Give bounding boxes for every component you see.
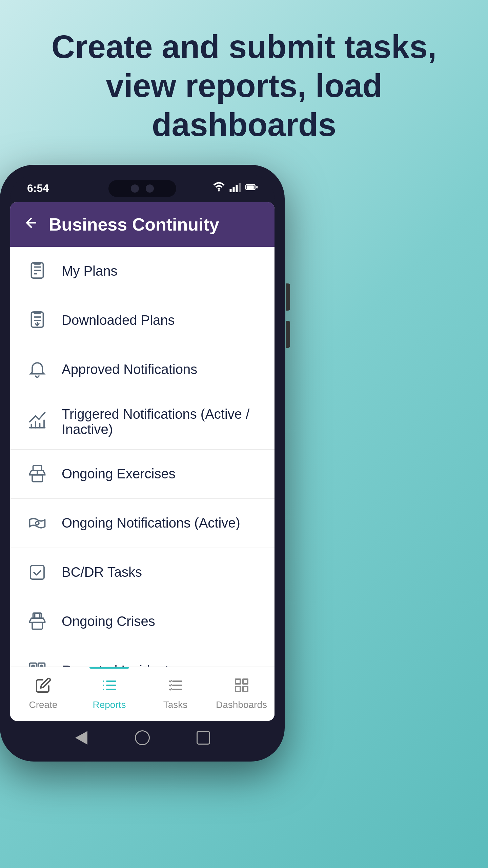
svg-rect-3 (236, 185, 238, 192)
recents-hardware-button[interactable] (195, 729, 212, 746)
downloaded-plans-icon (25, 308, 49, 333)
approved-notifications-label: Approved Notifications (62, 362, 197, 377)
camera-dot-left (131, 184, 139, 193)
bcdr-tasks-label: BC/DR Tasks (62, 565, 142, 580)
page-headline: Create and submit tasks, view reports, l… (0, 0, 488, 165)
ongoing-crises-icon (25, 609, 49, 634)
svg-point-0 (218, 190, 220, 192)
wifi-icon (213, 181, 225, 196)
notch-cutout (108, 180, 176, 197)
svg-rect-19 (30, 566, 44, 579)
triggered-notifications-icon (25, 410, 49, 434)
svg-rect-4 (239, 183, 241, 192)
menu-list: My Plans Downloaded Plan (10, 247, 274, 667)
ongoing-exercises-icon (25, 462, 49, 486)
my-plans-label: My Plans (62, 263, 118, 279)
tasks-label: Tasks (163, 699, 188, 710)
svg-rect-43 (236, 687, 240, 691)
dashboards-icon (233, 677, 250, 697)
page-wrapper: Create and submit tasks, view reports, l… (0, 0, 488, 762)
svg-rect-21 (32, 622, 42, 629)
phone-shell: 6:54 (0, 165, 285, 762)
ongoing-notifications-label: Ongoing Notifications (Active) (62, 515, 240, 531)
approved-notifications-icon (25, 357, 49, 382)
phone-hardware-nav (10, 724, 274, 751)
ongoing-crises-label: Ongoing Crises (62, 614, 155, 629)
ongoing-exercises-label: Ongoing Exercises (62, 466, 176, 481)
battery-icon (245, 181, 258, 196)
svg-rect-2 (233, 187, 235, 192)
bottom-nav: Create Reports (10, 667, 274, 721)
menu-item-approved-notifications[interactable]: Approved Notifications (10, 345, 274, 394)
time-display: 6:54 (27, 182, 49, 195)
svg-rect-41 (236, 679, 240, 684)
svg-rect-15 (33, 466, 42, 471)
headline-text: Create and submit tasks, view reports, l… (34, 27, 454, 144)
reports-label: Reports (93, 699, 126, 710)
svg-rect-6 (247, 185, 254, 189)
reported-incidents-label: Reported Incidents (62, 663, 176, 667)
camera-dot-right (146, 184, 154, 193)
ongoing-notifications-icon (25, 511, 49, 535)
menu-item-downloaded-plans[interactable]: Downloaded Plans (10, 296, 274, 345)
triggered-notifications-label: Triggered Notifications (Active / Inacti… (62, 407, 260, 437)
svg-rect-42 (243, 679, 248, 684)
screen-title: Business Continuity (49, 214, 219, 235)
signal-icon (229, 181, 241, 196)
back-button[interactable] (24, 215, 39, 234)
menu-item-reported-incidents[interactable]: Reported Incidents (10, 646, 274, 667)
home-hardware-button[interactable] (134, 729, 151, 746)
menu-item-ongoing-exercises[interactable]: Ongoing Exercises (10, 450, 274, 499)
svg-rect-44 (243, 687, 248, 691)
status-icons (213, 181, 258, 196)
menu-item-ongoing-notifications[interactable]: Ongoing Notifications (Active) (10, 499, 274, 548)
reported-incidents-icon (25, 658, 49, 667)
menu-item-triggered-notifications[interactable]: Triggered Notifications (Active / Inacti… (10, 394, 274, 450)
downloaded-plans-label: Downloaded Plans (62, 313, 175, 328)
nav-tasks[interactable]: Tasks (142, 667, 208, 721)
svg-rect-1 (230, 189, 232, 192)
phone-screen: Business Continuity My Pla (10, 202, 274, 721)
menu-item-my-plans[interactable]: My Plans (10, 247, 274, 296)
create-icon (35, 677, 52, 697)
my-plans-icon (25, 259, 49, 283)
menu-item-bcdr-tasks[interactable]: BC/DR Tasks (10, 548, 274, 597)
tasks-icon (167, 677, 184, 697)
back-hardware-button[interactable] (73, 729, 90, 746)
nav-dashboards[interactable]: Dashboards (208, 667, 274, 721)
status-bar: 6:54 (10, 175, 274, 202)
nav-reports[interactable]: Reports (76, 667, 142, 721)
menu-item-ongoing-crises[interactable]: Ongoing Crises (10, 597, 274, 646)
app-header: Business Continuity (10, 202, 274, 247)
nav-create[interactable]: Create (10, 667, 76, 721)
svg-point-18 (36, 521, 39, 525)
volume-button-2 (286, 321, 290, 348)
volume-button-1 (286, 283, 290, 311)
create-label: Create (29, 699, 57, 710)
reports-icon (101, 677, 118, 697)
bcdr-tasks-icon (25, 560, 49, 585)
dashboards-label: Dashboards (216, 699, 267, 710)
svg-rect-16 (32, 475, 42, 481)
